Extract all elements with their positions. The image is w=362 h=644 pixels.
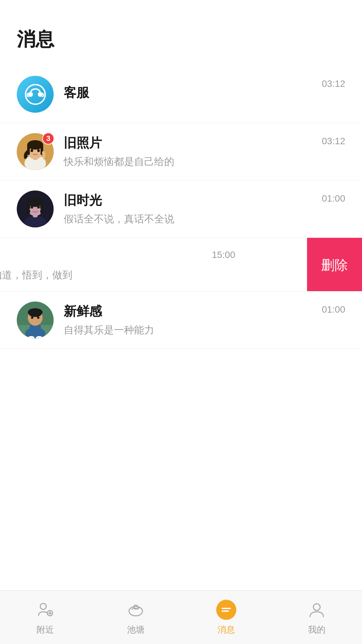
svg-point-40 <box>129 606 142 616</box>
mine-icon <box>306 599 327 621</box>
contact-name: 旧时光 <box>64 192 345 209</box>
message-preview: 假话全不说，真话不全说 <box>64 212 345 226</box>
message-content: 晴天 听到，知道，悟到，做到 <box>0 248 290 282</box>
contact-name: 旧照片 <box>64 135 345 152</box>
contact-name: 客服 <box>64 84 345 101</box>
list-item[interactable]: 客服 03:12 <box>0 66 362 123</box>
list-item[interactable]: 新鲜感 自得其乐是一种能力 01:00 <box>0 291 362 349</box>
list-item[interactable]: 旧时光 假话全不说，真话不全说 01:00 <box>0 180 362 238</box>
message-content: 新鲜感 自得其乐是一种能力 <box>64 303 345 337</box>
avatar <box>17 191 54 227</box>
message-preview: 快乐和烦恼都是自己给的 <box>64 155 345 169</box>
svg-point-45 <box>313 604 320 610</box>
contact-name: 新鲜感 <box>64 303 345 320</box>
message-content: 客服 <box>64 84 345 105</box>
message-preview: 自得其乐是一种能力 <box>64 323 345 337</box>
nav-label-message: 消息 <box>218 624 235 636</box>
message-icon <box>216 599 237 621</box>
svg-point-22 <box>29 208 33 210</box>
nav-item-nearby[interactable]: 附近 <box>0 591 90 644</box>
svg-point-42 <box>216 600 236 620</box>
svg-point-32 <box>31 317 34 319</box>
nearby-icon <box>35 599 56 621</box>
message-time: 01:00 <box>322 193 345 204</box>
delete-button[interactable]: 删除 <box>307 238 362 291</box>
svg-point-11 <box>37 149 40 152</box>
nav-item-mine[interactable]: 我的 <box>272 591 362 644</box>
avatar <box>17 302 54 338</box>
avatar <box>17 76 54 113</box>
message-time: 15:00 <box>212 250 235 260</box>
swipe-row: 晴天 听到，知道，悟到，做到 15:00 删除 <box>0 238 307 291</box>
svg-point-10 <box>31 149 33 152</box>
svg-rect-8 <box>27 145 30 155</box>
svg-point-21 <box>37 206 40 209</box>
swipe-main-content[interactable]: 晴天 听到，知道，悟到，做到 15:00 <box>0 238 307 291</box>
svg-point-19 <box>28 201 42 206</box>
nav-label-mine: 我的 <box>308 624 325 636</box>
message-preview: 听到，知道，悟到，做到 <box>0 268 290 282</box>
nav-item-pond[interactable]: 池塘 <box>90 591 181 644</box>
nav-item-message[interactable]: 消息 <box>181 591 272 644</box>
avatar: 3 <box>17 133 54 170</box>
pond-icon <box>125 599 146 621</box>
nav-label-nearby: 附近 <box>37 624 54 636</box>
contact-name: 晴天 <box>0 248 290 265</box>
svg-point-33 <box>37 317 40 319</box>
svg-rect-27 <box>29 324 41 334</box>
nav-label-pond: 池塘 <box>127 624 144 636</box>
svg-point-31 <box>29 312 41 317</box>
message-time: 03:12 <box>322 78 345 89</box>
bottom-nav: 附近 池塘 消息 我的 <box>0 590 362 644</box>
message-time: 03:12 <box>322 136 345 147</box>
message-content: 旧照片 快乐和烦恼都是自己给的 <box>64 135 345 169</box>
svg-point-20 <box>31 206 33 209</box>
list-item[interactable]: 3 旧照片 快乐和烦恼都是自己给的 03:12 <box>0 123 362 180</box>
message-list: 客服 03:12 <box>0 66 362 349</box>
list-item[interactable]: 晴天 听到，知道，悟到，做到 15:00 删除 <box>0 238 362 291</box>
message-time: 01:00 <box>322 304 345 315</box>
unread-badge: 3 <box>42 132 54 145</box>
svg-point-23 <box>38 208 41 210</box>
svg-point-36 <box>40 603 46 609</box>
page-title: 消息 <box>0 0 362 66</box>
message-content: 旧时光 假话全不说，真话不全说 <box>64 192 345 226</box>
